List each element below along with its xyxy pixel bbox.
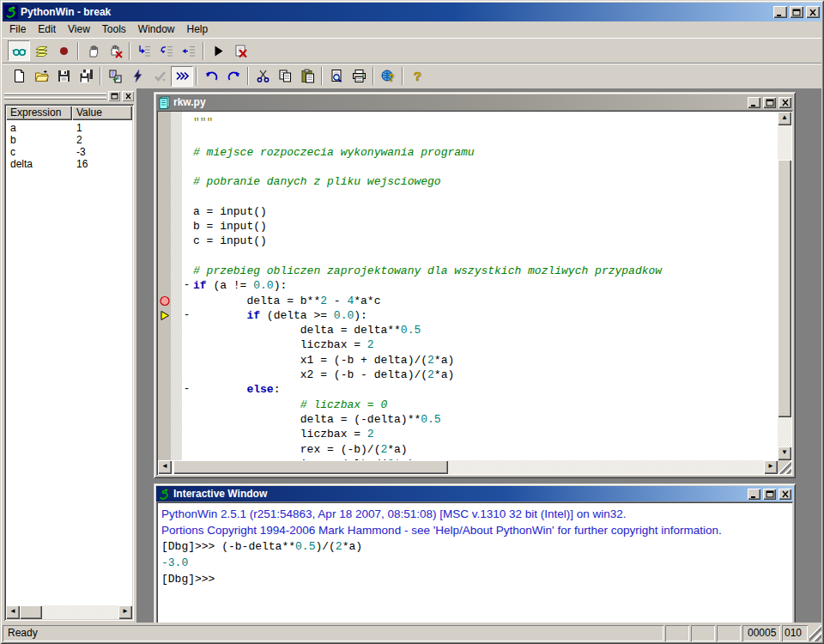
scroll-thumb[interactable] <box>20 605 42 619</box>
cut-button[interactable] <box>251 66 274 87</box>
stack-icon <box>34 44 49 58</box>
interactive-maximize-button[interactable] <box>763 489 776 500</box>
scroll-left-arrow[interactable]: ◄ <box>158 460 172 474</box>
prompt-icon <box>175 69 190 83</box>
interactive-console[interactable]: PythonWin 2.5.1 (r251:54863, Apr 18 2007… <box>156 501 793 623</box>
menu-window[interactable]: Window <box>132 21 181 37</box>
watch-header: ExpressionValue <box>6 106 132 120</box>
watch-undock-button[interactable] <box>108 91 120 101</box>
menu-help[interactable]: Help <box>181 21 215 37</box>
scroll-right-arrow[interactable]: ► <box>118 605 132 619</box>
statusbar-resize-grip[interactable] <box>809 625 821 641</box>
print-button[interactable] <box>348 66 370 87</box>
about-button[interactable]: ? <box>406 66 428 87</box>
run-button[interactable] <box>148 66 171 87</box>
code-area[interactable]: """ # miejsce rozpoczecia wykonywania pr… <box>191 112 778 460</box>
workspace: ExpressionValue a1b2c-3delta16 ◄ ► rkw.p… <box>3 88 821 623</box>
minimize-button[interactable] <box>773 6 787 18</box>
editor-maximize-button[interactable] <box>763 97 776 108</box>
fold-collapse-marker[interactable]: - <box>182 308 191 323</box>
print-preview-button[interactable] <box>325 66 348 87</box>
scroll-thumb[interactable] <box>173 460 448 474</box>
code-line <box>193 160 778 174</box>
watch-column-expression[interactable]: Expression <box>6 106 72 120</box>
interactive-close-button[interactable] <box>779 489 791 500</box>
watch-row[interactable]: c-3 <box>6 146 132 158</box>
clear-breakpoints-button[interactable] <box>104 40 126 61</box>
current-line-marker[interactable] <box>158 308 171 323</box>
editor-title-bar: rkw.py <box>156 94 793 110</box>
paste-button[interactable] <box>296 66 318 87</box>
status-pane-1 <box>665 625 689 641</box>
scroll-down-arrow[interactable]: ▼ <box>778 447 791 460</box>
scroll-right-arrow[interactable]: ► <box>764 460 778 474</box>
hand-icon <box>86 44 100 58</box>
editor-close-button[interactable] <box>779 97 791 108</box>
interactive-minimize-button[interactable] <box>748 489 760 500</box>
scroll-left-arrow[interactable]: ◄ <box>6 605 20 619</box>
new-file-button[interactable] <box>8 66 30 87</box>
close-button[interactable] <box>806 6 820 18</box>
copy-icon <box>278 69 293 83</box>
menu-tools[interactable]: Tools <box>96 21 132 37</box>
interactive-prompt-line: -3.0 <box>161 555 791 571</box>
fold-collapse-marker[interactable]: - <box>182 278 191 293</box>
watch-column-value[interactable]: Value <box>72 106 132 120</box>
code-line: """ <box>193 115 778 130</box>
go-button[interactable] <box>207 40 229 61</box>
redo-button[interactable] <box>222 66 245 87</box>
watch-row[interactable]: delta16 <box>6 158 132 170</box>
fold-collapse-marker[interactable]: - <box>182 382 191 397</box>
maximize-button[interactable] <box>790 6 803 18</box>
save-icon <box>57 69 71 83</box>
check-code-button[interactable] <box>104 66 126 87</box>
breakpoint-margin[interactable] <box>158 112 171 460</box>
editor-vscrollbar[interactable]: ▲ ▼ <box>778 112 791 460</box>
copy-button[interactable] <box>274 66 296 87</box>
scroll-thumb[interactable] <box>778 160 791 417</box>
pythonwin-window: PythonWin - break FileEditViewToolsWindo… <box>0 0 824 644</box>
interactive-window-button[interactable] <box>171 66 193 87</box>
toolbar-separator <box>247 67 249 85</box>
save-button[interactable] <box>52 66 75 87</box>
menu-edit[interactable]: Edit <box>32 21 62 37</box>
pythonwin-snake-icon <box>4 5 18 19</box>
python-help-button[interactable]: ? <box>377 66 399 87</box>
watch-row[interactable]: a1 <box>6 122 132 134</box>
open-folder-icon <box>34 69 49 83</box>
open-file-button[interactable] <box>30 66 52 87</box>
watch-panel-gripper[interactable] <box>4 90 134 102</box>
fold-margin[interactable]: --- <box>182 112 191 460</box>
resize-grip[interactable] <box>778 460 791 474</box>
code-line: liczbax = 2 <box>193 337 778 352</box>
watch-close-button[interactable] <box>122 91 134 101</box>
save-all-button[interactable] <box>75 66 97 87</box>
lightning-icon <box>130 69 145 83</box>
selection-margin[interactable] <box>171 112 182 460</box>
editor-hscrollbar[interactable]: ◄ ► <box>158 460 778 474</box>
stack-view-button[interactable] <box>30 40 52 61</box>
step-over-button[interactable] <box>155 40 178 61</box>
import-reload-button[interactable] <box>126 66 148 87</box>
watch-row[interactable] <box>6 170 132 182</box>
step-into-button[interactable] <box>133 40 155 61</box>
check-code-icon <box>108 69 123 83</box>
step-out-button[interactable] <box>178 40 200 61</box>
stop-debugging-button[interactable] <box>229 40 251 61</box>
breakpoint-marker[interactable] <box>158 294 171 308</box>
watch-hscrollbar[interactable]: ◄ ► <box>6 605 132 619</box>
undo-button[interactable] <box>200 66 222 87</box>
breakpoints-button[interactable] <box>52 40 75 61</box>
watch-button[interactable] <box>8 40 30 61</box>
editor-minimize-button[interactable] <box>748 97 760 108</box>
watch-value: 16 <box>72 158 132 170</box>
printer-icon <box>352 69 367 83</box>
watch-row[interactable]: b2 <box>6 134 132 146</box>
toggle-breakpoint-button[interactable] <box>82 40 104 61</box>
code-line: # przebieg obliczen zaprojektowany dla w… <box>193 264 778 278</box>
status-message: Ready <box>3 625 663 641</box>
code-line <box>193 189 778 204</box>
menu-view[interactable]: View <box>62 21 96 37</box>
scroll-up-arrow[interactable]: ▲ <box>778 112 791 125</box>
menu-file[interactable]: File <box>3 21 32 37</box>
